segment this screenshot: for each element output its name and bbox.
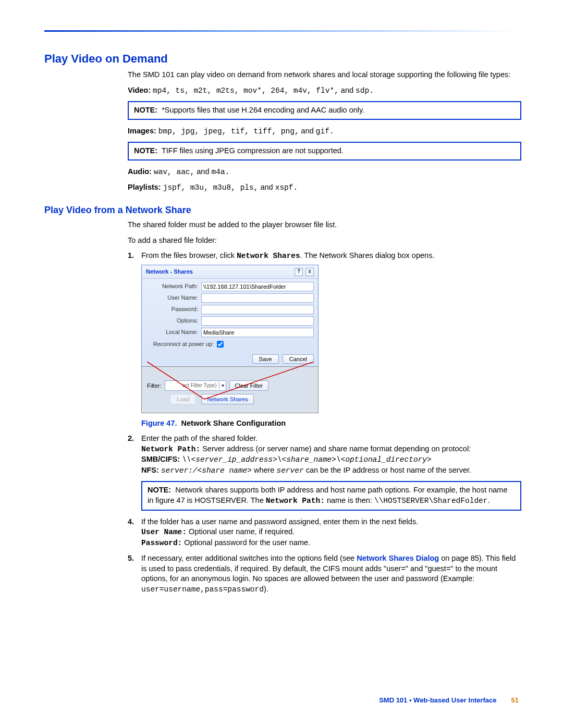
intro-paragraph: The SMD 101 can play video on demand fro… (128, 70, 521, 80)
video-filetypes: Video: mp4, ts, m2t, m2ts, mov*, 264, m4… (128, 85, 521, 96)
cancel-button[interactable]: Cancel (283, 354, 314, 364)
local-name-input[interactable] (201, 328, 314, 337)
close-icon[interactable]: x (305, 268, 314, 276)
reconnect-label: Reconnect at power up: (146, 340, 217, 348)
images-filetypes: Images: bmp, jpg, jpeg, tif, tiff, png, … (128, 126, 521, 137)
options-input[interactable] (201, 316, 314, 326)
password-input[interactable] (201, 305, 314, 314)
chevron-down-icon: ▾ (219, 382, 224, 389)
network-shares-button[interactable]: Network Shares (201, 394, 253, 405)
step-2: 2. Enter the path of the shared folder. … (128, 434, 521, 510)
note-hostname: NOTE: Network shares supports both IP ad… (141, 481, 521, 510)
filter-select[interactable]: ect Filter Type) ▾ (165, 380, 226, 391)
network-shares-dialog-link[interactable]: Network Shares Dialog (357, 554, 439, 562)
network-shares-dialog: Network - Shares ? x Network Path: (141, 265, 319, 368)
step-5: 5. If necessary, enter additional switch… (128, 553, 521, 595)
dialog-title: Network - Shares (146, 268, 193, 276)
username-input[interactable] (201, 293, 314, 303)
step-4: 4. If the folder has a user name and pas… (128, 517, 521, 549)
options-label: Options: (146, 317, 201, 325)
username-label: User Name: (146, 294, 201, 302)
load-button[interactable]: Load (170, 394, 196, 405)
password-label: Password: (146, 305, 201, 313)
audio-filetypes: Audio: wav, aac, and m4a. (128, 167, 521, 178)
playlists-filetypes: Playlists: jspf, m3u, m3u8, pls, and xsp… (128, 182, 521, 193)
page-footer: SMD 101 • Web-based User Interface51 (379, 696, 519, 704)
shared-folder-note: The shared folder must be added to the p… (128, 220, 521, 230)
local-name-label: Local Name: (146, 328, 201, 336)
reconnect-checkbox[interactable] (217, 341, 224, 348)
figure-network-share-config: Network - Shares ? x Network Path: (141, 265, 319, 413)
step-1: 1. From the files browser, click Network… (128, 251, 521, 428)
note-h264: NOTE: *Supports files that use H.264 enc… (128, 101, 521, 120)
to-add-intro: To add a shared file folder: (128, 236, 521, 246)
browser-panel: Filter: ect Filter Type) ▾ Clear Filter … (141, 366, 319, 413)
network-path-input[interactable] (201, 282, 314, 291)
help-icon[interactable]: ? (295, 268, 303, 276)
save-button[interactable]: Save (252, 354, 279, 364)
note-tiff: NOTE: TIFF files using JPEG compression … (128, 142, 521, 161)
network-path-label: Network Path: (146, 282, 201, 290)
heading-play-video-on-demand: Play Video on Demand (44, 52, 521, 66)
page-top-rule (44, 30, 519, 32)
figure-caption: Figure 47. Network Share Configuration (141, 418, 521, 429)
heading-play-from-network-share: Play Video from a Network Share (44, 205, 521, 216)
clear-filter-button[interactable]: Clear Filter (229, 380, 269, 391)
filter-label: Filter: (147, 382, 162, 390)
